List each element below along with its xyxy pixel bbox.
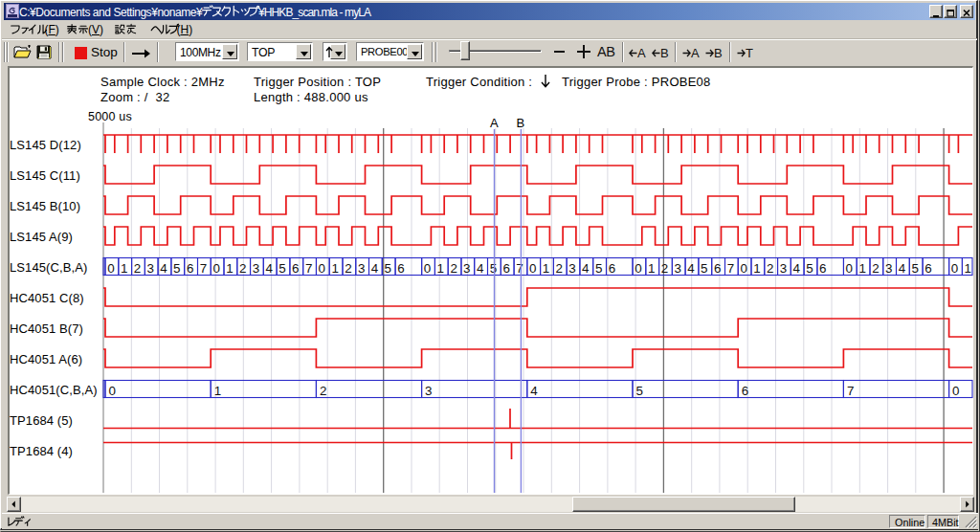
svg-text:2: 2 — [872, 261, 879, 276]
svg-text:4: 4 — [371, 261, 379, 276]
svg-text:4: 4 — [160, 261, 167, 276]
svg-text:3: 3 — [568, 261, 575, 276]
svg-text:6: 6 — [397, 261, 404, 276]
svg-text:7: 7 — [847, 384, 854, 398]
svg-text:5: 5 — [490, 261, 497, 276]
svg-text:0: 0 — [529, 261, 536, 276]
svg-text:7: 7 — [516, 261, 523, 276]
svg-text:3: 3 — [425, 384, 432, 398]
svg-text:1: 1 — [543, 261, 549, 276]
svg-text:4: 4 — [899, 261, 906, 276]
svg-text:3: 3 — [253, 261, 259, 276]
svg-text:6: 6 — [609, 261, 615, 276]
svg-text:3: 3 — [463, 261, 470, 276]
svg-text:5: 5 — [385, 261, 391, 276]
svg-text:1: 1 — [965, 261, 971, 276]
svg-text:4: 4 — [687, 261, 695, 276]
svg-text:6: 6 — [503, 261, 510, 276]
svg-text:3: 3 — [358, 261, 365, 276]
svg-text:0: 0 — [635, 261, 641, 276]
svg-text:0: 0 — [846, 261, 853, 276]
svg-text:2: 2 — [320, 384, 326, 398]
svg-text:0: 0 — [424, 261, 431, 276]
svg-text:3: 3 — [885, 261, 892, 276]
svg-text:1: 1 — [437, 261, 444, 276]
svg-text:6: 6 — [187, 261, 193, 276]
svg-text:4: 4 — [582, 261, 590, 276]
svg-text:2: 2 — [239, 261, 246, 276]
svg-text:5: 5 — [636, 384, 643, 398]
svg-text:2: 2 — [661, 261, 668, 276]
svg-text:5: 5 — [278, 261, 285, 276]
svg-text:1: 1 — [226, 261, 233, 276]
svg-text:3: 3 — [780, 261, 787, 276]
svg-text:4: 4 — [530, 384, 538, 398]
svg-text:5: 5 — [595, 261, 602, 276]
svg-text:7: 7 — [200, 261, 207, 276]
svg-text:2: 2 — [450, 261, 457, 276]
svg-text:6: 6 — [819, 261, 826, 276]
svg-text:4: 4 — [266, 261, 274, 276]
svg-text:1: 1 — [331, 261, 338, 276]
svg-text:1: 1 — [121, 261, 127, 276]
svg-text:2: 2 — [767, 261, 773, 276]
svg-text:0: 0 — [951, 261, 958, 276]
svg-text:2: 2 — [556, 261, 563, 276]
svg-text:2: 2 — [345, 261, 351, 276]
svg-text:0: 0 — [107, 261, 114, 276]
svg-text:1: 1 — [214, 384, 221, 398]
svg-text:0: 0 — [109, 384, 116, 398]
svg-text:2: 2 — [134, 261, 141, 276]
svg-text:5: 5 — [806, 261, 813, 276]
svg-text:1: 1 — [648, 261, 655, 276]
svg-text:5: 5 — [701, 261, 707, 276]
svg-text:7: 7 — [305, 261, 312, 276]
svg-text:0: 0 — [740, 261, 746, 276]
svg-text:5: 5 — [912, 261, 919, 276]
svg-text:4: 4 — [793, 261, 801, 276]
svg-text:1: 1 — [858, 261, 865, 276]
svg-text:4: 4 — [477, 261, 484, 276]
svg-text:3: 3 — [675, 261, 681, 276]
svg-text:3: 3 — [147, 261, 154, 276]
svg-text:1: 1 — [753, 261, 760, 276]
svg-text:7: 7 — [727, 261, 734, 276]
svg-text:5: 5 — [173, 261, 180, 276]
svg-text:0: 0 — [212, 261, 219, 276]
svg-text:6: 6 — [292, 261, 299, 276]
svg-text:6: 6 — [924, 261, 931, 276]
svg-text:0: 0 — [952, 384, 959, 398]
svg-text:6: 6 — [742, 384, 748, 398]
svg-text:6: 6 — [714, 261, 721, 276]
svg-text:0: 0 — [319, 261, 325, 276]
